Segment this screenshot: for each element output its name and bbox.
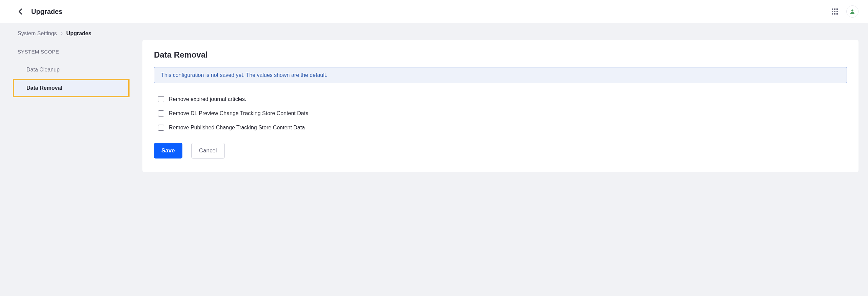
sidebar-item-label: Data Cleanup [26, 67, 60, 72]
breadcrumb-current: Upgrades [66, 30, 92, 37]
svg-rect-7 [834, 13, 835, 15]
content-area: System Settings Upgrades SYSTEM SCOPE Da… [0, 23, 868, 296]
nav-list: Data Cleanup Data Removal [0, 61, 142, 97]
sidebar: System Settings Upgrades SYSTEM SCOPE Da… [0, 23, 142, 97]
sidebar-item-data-cleanup[interactable]: Data Cleanup [13, 61, 130, 79]
breadcrumb: System Settings Upgrades [0, 30, 142, 45]
topbar-right [830, 5, 859, 18]
option-row: Remove expired journal articles. [154, 92, 847, 106]
svg-rect-1 [834, 8, 835, 10]
back-icon[interactable] [16, 7, 24, 16]
info-banner: This configuration is not saved yet. The… [154, 67, 847, 83]
checkbox-label[interactable]: Remove DL Preview Change Tracking Store … [169, 110, 309, 117]
svg-rect-6 [832, 13, 833, 15]
svg-rect-2 [836, 8, 838, 10]
sidebar-item-label: Data Removal [26, 85, 62, 91]
settings-panel: Data Removal This configuration is not s… [142, 40, 859, 172]
checkbox-input[interactable] [158, 96, 164, 102]
checkbox-input[interactable] [158, 125, 164, 131]
svg-rect-8 [836, 13, 838, 15]
button-row: Save Cancel [154, 143, 847, 158]
scope-header: SYSTEM SCOPE [0, 45, 142, 61]
checkbox-input[interactable] [158, 110, 164, 117]
topbar: Upgrades [0, 0, 868, 23]
save-button[interactable]: Save [154, 143, 182, 158]
svg-rect-5 [836, 11, 838, 12]
breadcrumb-link-parent[interactable]: System Settings [18, 30, 57, 37]
option-row: Remove DL Preview Change Tracking Store … [154, 106, 847, 121]
layout: System Settings Upgrades SYSTEM SCOPE Da… [0, 23, 868, 172]
svg-point-9 [851, 9, 853, 12]
checkbox-label[interactable]: Remove expired journal articles. [169, 96, 246, 102]
svg-rect-3 [832, 11, 833, 12]
svg-rect-4 [834, 11, 835, 12]
topbar-left: Upgrades [16, 7, 62, 16]
page-title: Upgrades [31, 8, 62, 16]
user-avatar[interactable] [846, 5, 859, 18]
cancel-button[interactable]: Cancel [191, 143, 225, 158]
sidebar-item-data-removal[interactable]: Data Removal [13, 79, 130, 97]
option-row: Remove Published Change Tracking Store C… [154, 121, 847, 135]
checkbox-label[interactable]: Remove Published Change Tracking Store C… [169, 125, 305, 131]
chevron-right-icon [60, 31, 63, 36]
apps-grid-icon[interactable] [830, 7, 840, 16]
panel-title: Data Removal [154, 50, 847, 60]
main-content: Data Removal This configuration is not s… [142, 23, 868, 172]
svg-rect-0 [832, 8, 833, 10]
